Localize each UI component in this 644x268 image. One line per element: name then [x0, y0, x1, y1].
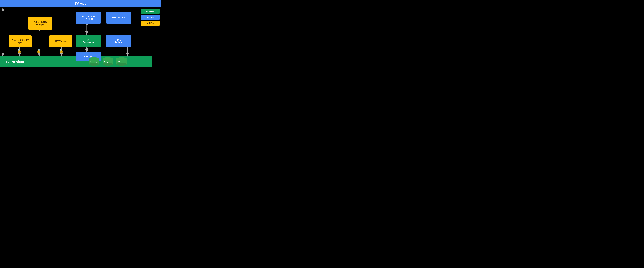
tv-provider-footer: TV Provider: [0, 56, 152, 67]
lock-icon-2: 🔒: [36, 48, 41, 53]
recordings-cylinder: Recordings: [88, 57, 100, 66]
external-stb-box: External STBTV Input: [28, 17, 52, 30]
svg-point-23: [116, 63, 127, 66]
lock-icon-1: 🔒: [17, 48, 22, 53]
legend-android: Android: [141, 8, 160, 14]
legend: Android Device Third Party: [141, 8, 160, 26]
lock-icon-3: 🔒: [59, 48, 64, 53]
svg-text:Programs: Programs: [104, 61, 111, 63]
svg-point-19: [102, 63, 113, 66]
iptv-left-box: IPTV TV Input: [49, 36, 72, 47]
tv-app-header: TV App: [0, 0, 161, 7]
built-in-tuner-box: Built-in-TunerTV Input: [76, 12, 100, 24]
channels-cylinder: Channels: [116, 57, 128, 66]
legend-third-party: Third Party: [141, 21, 160, 26]
iptv-right-box: IPTVTV Input: [106, 35, 132, 47]
tv-app-title: TV App: [74, 2, 86, 6]
svg-point-15: [89, 63, 99, 66]
tv-provider-label: TV Provider: [5, 60, 24, 64]
hdmi-tv-input-box: HDMI TV Input: [106, 12, 132, 24]
programs-cylinder: Programs: [102, 57, 114, 66]
place-shifting-box: Place-shifting TV Input: [8, 36, 32, 47]
svg-text:Recordings: Recordings: [90, 61, 98, 63]
svg-text:Channels: Channels: [118, 61, 125, 63]
legend-device: Device: [141, 14, 160, 20]
tuner-framework-box: TunerFramework: [76, 35, 100, 47]
